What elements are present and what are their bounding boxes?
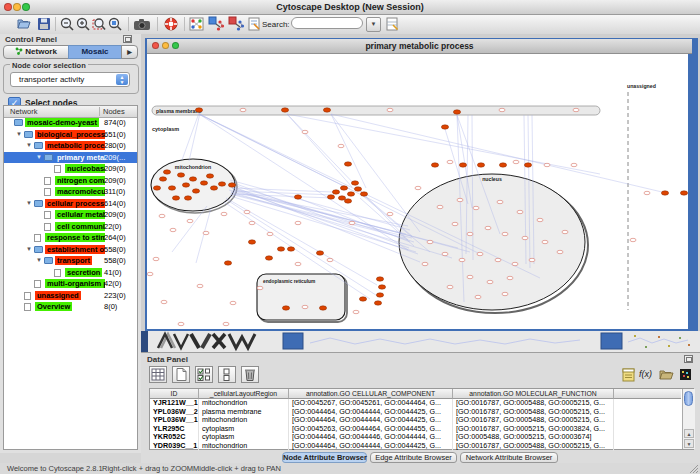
network-node bbox=[437, 205, 443, 208]
tab-node-attribute-browser[interactable]: Node Attribute Browser bbox=[282, 452, 367, 463]
zoom-selected-region-icon[interactable] bbox=[91, 16, 107, 32]
tree-row[interactable]: response to stimulu264(0) bbox=[4, 232, 137, 244]
annotation-icon[interactable] bbox=[247, 16, 263, 32]
column-header-cellular-component[interactable]: annotation.GO CELLULAR_COMPONENT bbox=[289, 389, 453, 399]
network-node bbox=[467, 275, 473, 278]
zoom-in-icon[interactable] bbox=[75, 16, 91, 32]
tree-row[interactable]: macromolecule311(0) bbox=[4, 186, 137, 198]
new-attribute-icon[interactable] bbox=[172, 366, 190, 383]
leaf-icon bbox=[44, 177, 51, 185]
attribute-matrix-icon[interactable] bbox=[678, 367, 694, 382]
table-row[interactable]: YJR121W__1mitochondrion[GO:0045267, GO:0… bbox=[150, 399, 681, 408]
expand-triangle-icon[interactable]: ▼ bbox=[26, 200, 32, 207]
table-cell: YPL036W__2 bbox=[150, 408, 199, 417]
tree-row-count: 558(0) bbox=[104, 256, 126, 265]
tree-row[interactable]: cellular metabol209(0) bbox=[4, 209, 137, 221]
unselect-attributes-icon[interactable] bbox=[218, 366, 236, 383]
network-node bbox=[230, 301, 236, 304]
expand-triangle-icon[interactable]: ▼ bbox=[26, 142, 32, 149]
zoom-out-icon[interactable] bbox=[59, 16, 75, 32]
tree-row[interactable]: ▼establishment of lo558(0) bbox=[4, 244, 137, 256]
delete-attribute-icon[interactable] bbox=[241, 366, 259, 383]
network-graph[interactable]: plasma membrane cytoplasm mitochondrion … bbox=[147, 54, 688, 329]
more-tabs-arrow-button[interactable]: ▶ bbox=[121, 45, 138, 59]
network-node-selected bbox=[431, 163, 438, 167]
expand-triangle-icon[interactable]: ▼ bbox=[36, 154, 42, 161]
network-node-selected bbox=[153, 186, 160, 190]
import-attributes-icon[interactable] bbox=[228, 16, 244, 32]
attribute-table-icon[interactable] bbox=[149, 366, 167, 383]
column-header-region[interactable]: _cellularLayoutRegion bbox=[199, 389, 289, 399]
search-dropdown-button[interactable]: ▼ bbox=[366, 17, 381, 32]
tree-row[interactable]: unassigned223(0) bbox=[4, 290, 137, 302]
import-network-icon[interactable] bbox=[208, 16, 224, 32]
background-windows-strip[interactable] bbox=[141, 331, 700, 352]
tab-edge-attribute-browser[interactable]: Edge Attribute Browser bbox=[370, 452, 457, 463]
network-canvas[interactable]: plasma membrane cytoplasm mitochondrion … bbox=[147, 54, 688, 329]
expand-triangle-icon[interactable]: ▼ bbox=[16, 131, 22, 138]
tree-row[interactable]: ▼cellular process614(0) bbox=[4, 198, 137, 210]
network-node-selected bbox=[340, 186, 347, 190]
tree-row[interactable]: multi-organism pro42(0) bbox=[4, 278, 137, 290]
network-node-selected bbox=[378, 285, 385, 289]
scrollbar-thumb[interactable] bbox=[684, 391, 693, 406]
select-attributes-icon[interactable] bbox=[195, 366, 213, 383]
tree-row[interactable]: cell communicat22(0) bbox=[4, 221, 137, 233]
save-session-icon[interactable] bbox=[36, 16, 52, 32]
tree-row[interactable]: ▼primary metabo209(... bbox=[4, 152, 137, 164]
float-panel-icon[interactable] bbox=[123, 35, 132, 43]
float-data-panel-icon[interactable] bbox=[684, 355, 693, 363]
zoom-fit-content-icon[interactable] bbox=[107, 16, 123, 32]
scroll-down-icon[interactable]: ▼ bbox=[684, 439, 694, 448]
attribute-table-header[interactable]: ID _cellularLayoutRegion annotation.GO C… bbox=[150, 389, 681, 399]
search-configure-icon[interactable] bbox=[385, 16, 401, 32]
plasma-membrane-region[interactable]: plasma membrane bbox=[152, 106, 600, 115]
tab-mosaic[interactable]: Mosaic bbox=[68, 45, 122, 59]
table-cell: YKR052C bbox=[150, 433, 199, 442]
svg-text:nucleus: nucleus bbox=[482, 176, 502, 182]
expand-triangle-icon[interactable]: ▼ bbox=[36, 257, 42, 264]
node-color-dropdown[interactable]: transporter activity ▲▼ bbox=[10, 72, 130, 87]
network-node-selected bbox=[360, 192, 367, 196]
tree-row[interactable]: ▼transport558(0) bbox=[4, 255, 137, 267]
open-file-icon[interactable] bbox=[16, 16, 32, 32]
tab-network-attribute-browser[interactable]: Network Attribute Browser bbox=[460, 452, 558, 463]
apply-layout-icon[interactable] bbox=[189, 16, 205, 32]
help-lifebuoy-icon[interactable] bbox=[163, 16, 179, 32]
network-tree-rows: mosaic-demo-yeast874(0)▼biological_proce… bbox=[4, 117, 137, 313]
tree-row[interactable]: Overview8(0) bbox=[4, 301, 137, 313]
tree-row[interactable]: nitrogen compo209(0) bbox=[4, 175, 137, 187]
table-scrollbar[interactable]: ▲ ▼ bbox=[682, 389, 695, 449]
network-view-window[interactable]: primary metabolic process plasma membran… bbox=[145, 38, 698, 335]
snapshot-camera-icon[interactable] bbox=[133, 16, 149, 32]
resize-grip-icon[interactable] bbox=[688, 463, 699, 474]
tree-row-label: cell communicat bbox=[55, 222, 105, 231]
tree-row[interactable]: nucleobase-209(0) bbox=[4, 163, 137, 175]
table-row[interactable]: YKR052Ccytoplasm[GO:0044464, GO:0044446,… bbox=[150, 433, 681, 442]
annotation-pad-icon[interactable] bbox=[621, 367, 637, 382]
endoplasmic-reticulum-region[interactable]: endoplasmic reticulum bbox=[257, 274, 347, 322]
tree-row[interactable]: secretion41(0) bbox=[4, 267, 137, 279]
search-input[interactable] bbox=[291, 17, 363, 29]
network-window-titlebar[interactable]: primary metabolic process bbox=[147, 39, 692, 54]
expand-triangle-icon[interactable]: ▼ bbox=[26, 246, 32, 253]
tree-row[interactable]: ▼metabolic process280(0) bbox=[4, 140, 137, 152]
tree-row-count: 209(0) bbox=[104, 210, 126, 219]
nucleus-region[interactable]: nucleus bbox=[399, 174, 588, 313]
column-header-id[interactable]: ID bbox=[150, 389, 199, 399]
table-row[interactable]: YPL036W__2plasma membrane[GO:0044464, GO… bbox=[150, 408, 681, 417]
table-row[interactable]: YLR295Ccytoplasm[GO:0045263, GO:0044464,… bbox=[150, 425, 681, 434]
network-node-selected bbox=[344, 199, 351, 203]
table-row[interactable]: YPL036W__1mitochondrion[GO:0044464, GO:0… bbox=[150, 416, 681, 425]
import-attribute-file-icon[interactable] bbox=[658, 367, 674, 382]
table-row[interactable]: YDR039C__1mitochondrion[GO:0044464, GO:0… bbox=[150, 442, 681, 451]
table-cell: [GO:0016787, GO:0005488, GO:0005215, G..… bbox=[453, 399, 614, 408]
formula-builder-icon[interactable]: f(x) bbox=[639, 367, 655, 382]
attribute-table[interactable]: ID _cellularLayoutRegion annotation.GO C… bbox=[149, 388, 694, 450]
tree-row[interactable]: mosaic-demo-yeast874(0) bbox=[4, 117, 137, 129]
column-header-molecular-function[interactable]: annotation.GO MOLECULAR_FUNCTION bbox=[453, 389, 614, 399]
scroll-up-icon[interactable]: ▲ bbox=[684, 429, 694, 438]
tab-network[interactable]: Network bbox=[3, 45, 69, 59]
network-node bbox=[473, 206, 479, 209]
tree-row[interactable]: ▼biological_process651(0) bbox=[4, 129, 137, 141]
